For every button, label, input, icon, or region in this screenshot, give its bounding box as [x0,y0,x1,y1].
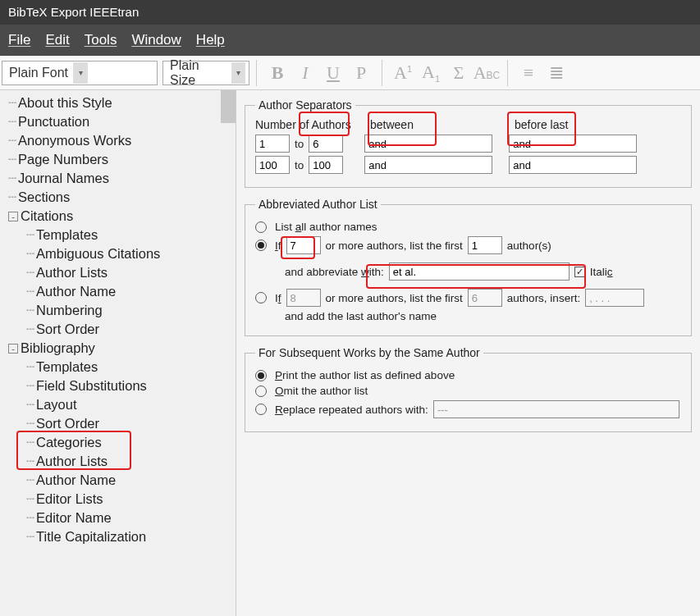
sep-between-1[interactable] [364,135,492,153]
tree-item-bibliography[interactable]: -Bibliography [0,339,236,358]
tree-item-citations-authorname[interactable]: ┄Author Name [0,282,236,301]
tree-pane: ┄About this Style ┄Punctuation ┄Anonymou… [0,90,236,616]
tree-item-sections[interactable]: ┄Sections [0,188,236,207]
input-if-count[interactable] [286,236,321,254]
menu-file[interactable]: File [8,32,30,48]
author-separators-legend: Author Separators [255,98,355,112]
underline-button[interactable]: U [319,62,347,84]
tree-item-bib-titlecap[interactable]: ┄Title Capitalization [0,527,236,546]
header-before-last: before last [515,118,651,131]
input-first-count-2 [468,289,502,307]
tree-item-citations-ambiguous[interactable]: ┄Ambiguous Citations [0,244,236,263]
sep-to-2[interactable] [309,156,343,174]
bold-button[interactable]: B [263,62,291,84]
font-dropdown-label: Plain Font [9,66,68,80]
label-replace: Replace repeated authors with: [275,404,428,416]
radio-print[interactable] [255,370,267,381]
input-insert-dots [585,289,644,307]
tree-item-citations-templates[interactable]: ┄Templates [0,226,236,244]
label-italic: Italic [590,266,613,278]
align-left-button[interactable]: ≡ [515,62,542,84]
tree-item-punctuation[interactable]: ┄Punctuation [0,112,236,131]
menu-bar: File Edit Tools Window Help [0,25,700,56]
label-list-all: List all author names [275,221,377,233]
label-if: If [275,240,281,252]
input-etal[interactable] [389,262,570,281]
header-between: between [370,118,506,131]
menu-help[interactable]: Help [196,32,225,48]
label-print: Print the author list as defined above [275,369,455,381]
window-title: BibTeX Export IEEEtran [0,0,700,25]
sep-before-1[interactable] [509,135,637,153]
tree-item-bib-authorlists[interactable]: ┄Author Lists [0,452,236,471]
radio-if-authors-2[interactable] [255,292,267,303]
tree-scrollbar[interactable] [221,90,236,616]
subscript-button[interactable]: A1 [417,62,445,84]
toolbar: Plain Font ▾ Plain Size ▾ B I U P A1 A1 … [0,56,700,90]
sep-between-2[interactable] [364,156,492,174]
label-to: to [295,138,304,150]
input-replace [433,400,679,418]
tree-item-page-numbers[interactable]: ┄Page Numbers [0,150,236,169]
sep-from-2[interactable] [255,156,290,174]
plain-button[interactable]: P [347,62,375,84]
sep-from-1[interactable] [255,135,290,153]
label-or-more-2: or more authors, list the first [326,292,463,304]
input-first-count[interactable] [468,236,502,254]
abbreviated-list-legend: Abbreviated Author List [255,198,381,211]
label-abbreviate-with: and abbreviate with: [285,266,384,278]
italic-button[interactable]: I [291,62,319,84]
tree-item-bib-layout[interactable]: ┄Layout [0,395,236,414]
radio-omit[interactable] [255,386,267,397]
smallcaps-button[interactable]: ABC [473,62,501,84]
tree-item-bib-categories[interactable]: ┄Categories [0,433,236,452]
settings-pane: Author Separators Number of Authors betw… [236,90,700,616]
menu-edit[interactable]: Edit [45,32,69,48]
tree-item-citations[interactable]: -Citations [0,207,236,226]
superscript-button[interactable]: A1 [389,62,417,84]
label-omit: Omit the author list [275,385,368,397]
label-to: to [295,159,304,171]
menu-tools[interactable]: Tools [85,32,117,48]
tree-item-citations-numbering[interactable]: ┄Numbering [0,301,236,320]
tree-item-bib-fieldsubs[interactable]: ┄Field Substitutions [0,376,236,395]
size-dropdown-label: Plain Size [170,58,226,88]
size-dropdown[interactable]: Plain Size ▾ [162,61,249,85]
menu-window[interactable]: Window [131,32,181,48]
chevron-down-icon: ▾ [73,62,88,84]
align-justify-button[interactable]: ≣ [542,62,570,84]
subsequent-works-group: For Subsequent Works by the Same Author … [245,346,692,432]
label-or-more: or more authors, list the first [326,240,463,252]
author-separators-group: Author Separators Number of Authors betw… [245,98,692,188]
sep-to-1[interactable] [309,135,343,153]
checkbox-italic[interactable] [574,267,585,277]
chevron-down-icon: ▾ [231,62,245,84]
tree-item-bib-authorname[interactable]: ┄Author Name [0,471,236,490]
tree-item-anonymous[interactable]: ┄Anonymous Works [0,131,236,150]
sum-button[interactable]: Σ [445,62,473,84]
sep-before-2[interactable] [509,156,637,174]
abbreviated-list-group: Abbreviated Author List List all author … [245,198,692,336]
radio-list-all[interactable] [255,221,267,233]
tree-item-citations-sortorder[interactable]: ┄Sort Order [0,320,236,339]
tree-item-bib-editorlists[interactable]: ┄Editor Lists [0,490,236,509]
radio-if-authors[interactable] [255,240,267,251]
tree-item-journal-names[interactable]: ┄Journal Names [0,169,236,188]
tree-item-bib-templates[interactable]: ┄Templates [0,358,236,376]
tree-item-bib-sortorder[interactable]: ┄Sort Order [0,414,236,433]
input-if-count-2 [286,289,321,307]
tree-item-citations-authorlists[interactable]: ┄Author Lists [0,263,236,282]
label-if-2: If [275,292,281,304]
tree-item-about[interactable]: ┄About this Style [0,94,236,112]
font-dropdown[interactable]: Plain Font ▾ [2,61,158,85]
radio-replace[interactable] [255,404,267,415]
subsequent-works-legend: For Subsequent Works by the Same Author [255,346,483,359]
tree-item-bib-editorname[interactable]: ┄Editor Name [0,509,236,527]
label-authors: author(s) [507,240,551,252]
header-number-authors: Number of Authors [255,118,362,131]
label-insert: authors, insert: [507,292,580,304]
label-add-last: and add the last author's name [285,310,437,322]
